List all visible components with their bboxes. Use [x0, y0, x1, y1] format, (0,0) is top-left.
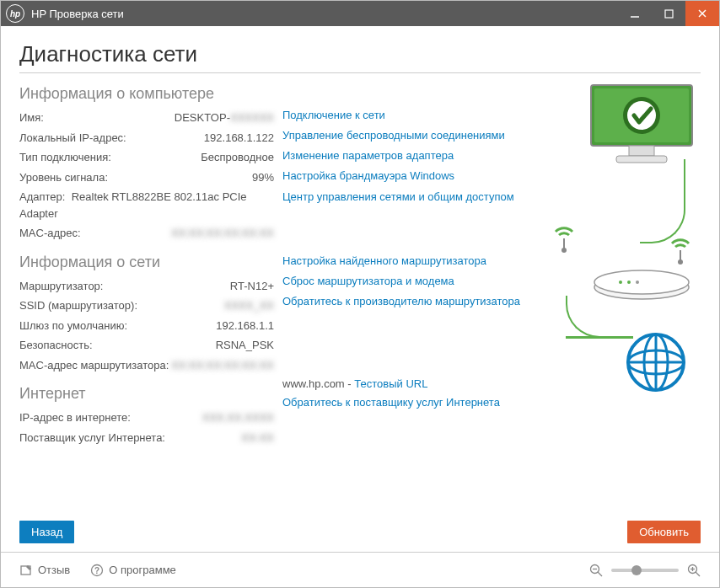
- monitor-icon: [587, 83, 696, 168]
- svg-text:?: ?: [94, 566, 99, 575]
- label: Адаптер:: [19, 190, 65, 203]
- value: DESKTOP-XXXXXX: [175, 110, 274, 126]
- value: XXXX_XX: [224, 297, 274, 314]
- svg-rect-8: [629, 146, 654, 156]
- links-column: Подключение к сети Управление беспроводн…: [274, 80, 540, 447]
- zoom-out-icon[interactable]: [589, 564, 603, 577]
- test-url-row: www.hp.com - Тестовый URL: [282, 376, 540, 393]
- link-router-vendor[interactable]: Обратитесь к производителю маршрутизатор…: [282, 291, 540, 312]
- maximize-button[interactable]: [652, 1, 685, 26]
- row-ssid: SSID (маршрутизатор): XXXX_XX: [19, 296, 274, 316]
- label: Шлюз по умолчанию:: [19, 318, 127, 334]
- svg-point-13: [594, 270, 689, 294]
- value: RT-N12+: [230, 278, 274, 295]
- link-connect-network[interactable]: Подключение к сети: [282, 105, 540, 126]
- titlebar: hp HP Проверка сети: [1, 1, 719, 26]
- label: Имя:: [19, 110, 44, 126]
- link-firewall[interactable]: Настройка брандмауэра Windows: [282, 166, 540, 186]
- label: Поставщик услуг Интернета:: [19, 430, 165, 446]
- section-title-internet: Интернет: [19, 385, 274, 403]
- wifi-right-icon: [660, 225, 701, 265]
- svg-line-26: [598, 572, 602, 576]
- link-isp[interactable]: Обратитесь к поставщику услуг Интернета: [282, 393, 540, 413]
- label: SSID (маршрутизатор):: [19, 297, 137, 314]
- feedback-button[interactable]: Отзыв: [19, 564, 70, 577]
- row-router: Маршрутизатор: RT-N12+: [19, 276, 274, 297]
- svg-point-15: [627, 281, 631, 284]
- feedback-label: Отзыв: [38, 564, 70, 576]
- row-isp: Поставщик услуг Интернета: XX-XX: [19, 428, 274, 448]
- value: XX:XX:XX:XX:XX:XX: [171, 357, 274, 374]
- label: Безопасность:: [19, 337, 93, 354]
- row-security: Безопасность: RSNA_PSK: [19, 335, 274, 355]
- hp-url-text: www.hp.com: [282, 377, 345, 390]
- globe-icon: [625, 331, 687, 393]
- link-manage-wireless[interactable]: Управление беспроводными соединениями: [282, 126, 540, 146]
- footer: Отзыв ? О программе: [1, 552, 719, 587]
- value: 192.168.1.1: [216, 318, 274, 334]
- label: MAC-адрес:: [19, 225, 81, 242]
- value: 99%: [252, 169, 274, 186]
- value: Беспроводное: [201, 149, 274, 166]
- zoom-thumb[interactable]: [631, 565, 642, 575]
- row-adapter: Адаптер: Realtek RTL8822BE 802.11ac PCIe…: [19, 187, 274, 223]
- zoom-control: [589, 564, 701, 577]
- zoom-in-icon[interactable]: [687, 564, 701, 577]
- label: IP-адрес в интернете:: [19, 409, 131, 426]
- refresh-button[interactable]: Обновить: [627, 521, 701, 543]
- label: Локальный IP-адрес:: [19, 130, 126, 147]
- link-test-url[interactable]: Тестовый URL: [354, 376, 427, 392]
- section-title-computer: Информация о компьютере: [19, 85, 274, 103]
- divider: [19, 72, 701, 73]
- value: XXX.XX.XXXX: [202, 409, 274, 426]
- link-router-reset[interactable]: Сброс маршрутизатора и модема: [282, 271, 540, 291]
- svg-point-7: [627, 101, 656, 130]
- row-router-mac: MAC-адрес маршрутизатора: XX:XX:XX:XX:XX…: [19, 355, 274, 376]
- about-label: О программе: [109, 564, 176, 576]
- svg-point-16: [636, 281, 639, 284]
- diagram-column: [540, 80, 701, 447]
- link-network-center[interactable]: Центр управления сетями и общим доступом: [282, 187, 540, 207]
- value: 192.168.1.122: [204, 130, 274, 147]
- value: RSNA_PSK: [216, 337, 274, 354]
- label: Уровень сигнала:: [19, 169, 108, 186]
- row-name: Имя: DESKTOP-XXXXXX: [19, 108, 274, 128]
- row-conn-type: Тип подключения: Беспроводное: [19, 147, 274, 168]
- about-button[interactable]: ? О программе: [90, 564, 176, 577]
- minimize-button[interactable]: [618, 1, 652, 26]
- page-title: Диагностика сети: [19, 41, 701, 67]
- zoom-slider[interactable]: [611, 569, 679, 572]
- value: XX-XX: [241, 430, 274, 446]
- bottom-buttons: Назад Обновить: [1, 521, 719, 552]
- back-button[interactable]: Назад: [19, 521, 74, 543]
- row-mac: MAC-адрес: XX:XX:XX:XX:XX:XX: [19, 223, 274, 243]
- label: Маршрутизатор:: [19, 278, 103, 295]
- label: MAC-адрес маршрутизатора:: [19, 357, 169, 374]
- app-window: hp HP Проверка сети Диагностика сети Инф…: [0, 0, 720, 588]
- content-area: Диагностика сети Информация о компьютере…: [1, 26, 719, 521]
- feedback-icon: [19, 564, 33, 577]
- link-adapter-settings[interactable]: Изменение параметров адаптера: [282, 146, 540, 166]
- row-gateway: Шлюз по умолчанию: 192.168.1.1: [19, 316, 274, 336]
- section-title-network: Информация о сети: [19, 254, 274, 271]
- row-signal: Уровень сигнала: 99%: [19, 168, 274, 188]
- row-local-ip: Локальный IP-адрес: 192.168.1.122: [19, 128, 274, 148]
- svg-point-10: [561, 248, 567, 253]
- question-icon: ?: [90, 564, 104, 577]
- left-column: Информация о компьютере Имя: DESKTOP-XXX…: [19, 80, 274, 447]
- close-button[interactable]: [685, 1, 719, 26]
- svg-line-29: [696, 572, 700, 576]
- wifi-left-icon: [544, 213, 584, 254]
- link-router-setup[interactable]: Настройка найденного маршрутизатора: [282, 251, 540, 271]
- svg-point-14: [619, 281, 622, 284]
- svg-rect-1: [665, 10, 673, 18]
- hp-logo-icon: hp: [6, 4, 24, 23]
- app-title: HP Проверка сети: [31, 8, 124, 20]
- value: XX:XX:XX:XX:XX:XX: [171, 225, 274, 242]
- row-internet-ip: IP-адрес в интернете: XXX.XX.XXXX: [19, 408, 274, 428]
- label: Тип подключения:: [19, 149, 111, 166]
